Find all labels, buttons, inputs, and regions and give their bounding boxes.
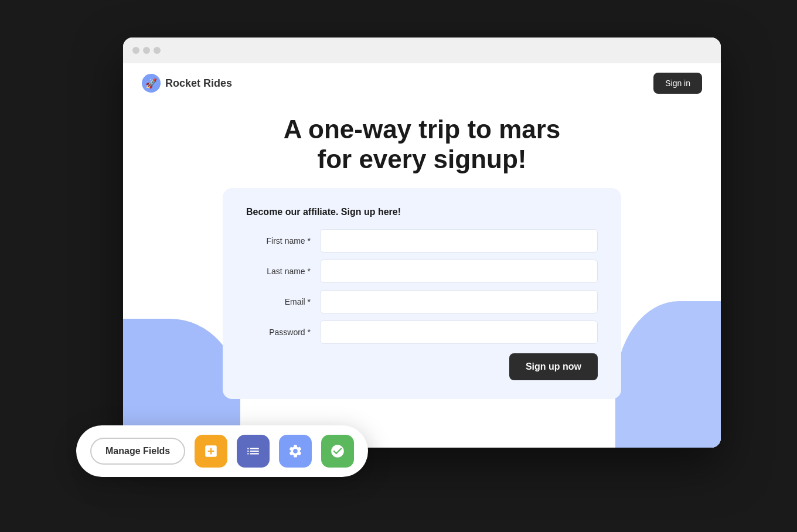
browser-content: 🚀 Rocket Rides Sign in A one-way trip to… xyxy=(123,63,721,448)
manage-fields-button[interactable]: Manage Fields xyxy=(90,438,185,465)
form-card: Become our affiliate. Sign up here! Firs… xyxy=(223,188,621,399)
hero-title: A one-way trip to mars for every signup! xyxy=(142,115,702,174)
signup-button[interactable]: Sign up now xyxy=(509,353,598,380)
input-firstname[interactable] xyxy=(320,229,598,253)
fields-list-button[interactable] xyxy=(237,435,270,468)
settings-icon xyxy=(288,444,303,459)
label-firstname: First name * xyxy=(246,236,311,245)
label-email: Email * xyxy=(246,297,311,306)
brand-name: Rocket Rides xyxy=(165,77,232,90)
label-lastname: Last name * xyxy=(246,267,311,276)
floating-toolbar: Manage Fields xyxy=(76,425,368,477)
input-lastname[interactable] xyxy=(320,260,598,283)
browser-dot-red xyxy=(132,47,139,54)
form-row-lastname: Last name * xyxy=(246,260,598,283)
hero: A one-way trip to mars for every signup! xyxy=(123,103,721,188)
sign-in-button[interactable]: Sign in xyxy=(653,73,702,94)
brand-logo: 🚀 xyxy=(142,74,161,93)
browser-dot-yellow xyxy=(143,47,150,54)
scene: 🚀 Rocket Rides Sign in A one-way trip to… xyxy=(76,37,721,495)
form-row-firstname: First name * xyxy=(246,229,598,253)
settings-button[interactable] xyxy=(279,435,312,468)
form-subtitle: Become our affiliate. Sign up here! xyxy=(246,207,598,217)
fields-list-icon xyxy=(246,444,261,459)
browser-window: 🚀 Rocket Rides Sign in A one-way trip to… xyxy=(123,37,721,448)
brand: 🚀 Rocket Rides xyxy=(142,74,232,93)
add-field-icon xyxy=(203,444,219,459)
top-nav: 🚀 Rocket Rides Sign in xyxy=(123,63,721,103)
browser-dot-green xyxy=(154,47,161,54)
add-field-button[interactable] xyxy=(195,435,227,468)
wave-right xyxy=(615,301,721,448)
browser-chrome xyxy=(123,37,721,63)
confirm-button[interactable] xyxy=(321,435,354,468)
form-row-email: Email * xyxy=(246,290,598,313)
submit-row: Sign up now xyxy=(246,353,598,380)
browser-dots xyxy=(132,47,161,54)
input-password[interactable] xyxy=(320,320,598,344)
form-section: Become our affiliate. Sign up here! Firs… xyxy=(123,188,721,448)
confirm-icon xyxy=(330,444,345,459)
input-email[interactable] xyxy=(320,290,598,313)
form-row-password: Password * xyxy=(246,320,598,344)
label-password: Password * xyxy=(246,328,311,337)
